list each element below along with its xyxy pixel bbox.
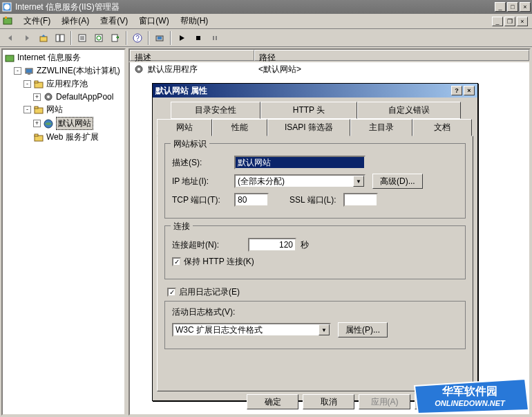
ok-button[interactable]: 确定 <box>247 394 298 409</box>
expander-icon[interactable]: + <box>33 93 41 101</box>
folder-icon <box>33 104 44 115</box>
legend-conn: 连接 <box>171 221 193 232</box>
advanced-button[interactable]: 高级(D)... <box>372 174 423 189</box>
label-logging: 启用日志记录(E) <box>179 286 240 298</box>
start-button[interactable] <box>174 30 189 46</box>
menu-file[interactable]: 文件(F) <box>18 14 56 28</box>
expander-icon[interactable]: + <box>33 120 41 127</box>
connect-button[interactable] <box>152 30 167 46</box>
tree-defaultpool[interactable]: + DefaultAppPool <box>4 91 123 103</box>
close-button[interactable]: × <box>520 2 531 12</box>
svg-rect-30 <box>35 106 38 109</box>
forward-button[interactable] <box>19 30 35 46</box>
tab-homedir[interactable]: 主目录 <box>350 119 412 136</box>
dialog-help-button[interactable]: ? <box>451 86 462 95</box>
menu-action[interactable]: 操作(A) <box>56 14 95 28</box>
menu-view[interactable]: 查看(V) <box>95 14 133 28</box>
label-ip: IP 地址(I): <box>172 176 234 187</box>
dialog-title: 默认网站 属性 <box>155 85 450 97</box>
sslport-input[interactable] <box>343 193 378 207</box>
dialog-titlebar[interactable]: 默认网站 属性 ? × <box>153 84 477 98</box>
tab-row-back: 目录安全性 HTTP 头 自定义错误 <box>171 102 473 119</box>
description-input[interactable] <box>234 156 365 169</box>
menu-window[interactable]: 窗口(W) <box>133 14 174 28</box>
keepalive-checkbox[interactable]: ✓ <box>172 257 181 266</box>
col-path[interactable]: 路径 <box>254 50 529 61</box>
dialog-close-button[interactable]: × <box>464 86 475 95</box>
mdi-close-button[interactable]: × <box>517 17 528 26</box>
svg-text:?: ? <box>135 35 140 42</box>
cancel-button[interactable]: 取消 <box>303 394 354 409</box>
tree-pane[interactable]: Internet 信息服务 - ZZWLINE(本地计算机) - 应用程序池 +… <box>1 48 126 416</box>
computer-icon <box>23 66 35 77</box>
help-button[interactable]: ? <box>130 30 145 46</box>
mdi-minimize-button[interactable]: _ <box>492 17 503 26</box>
tree-apppools[interactable]: - 应用程序池 <box>4 77 123 91</box>
mdi-restore-button[interactable]: ❐ <box>504 17 515 26</box>
dlg-help-button[interactable]: 帮助 <box>415 394 466 409</box>
app-icon <box>134 64 145 75</box>
dropdown-arrow-icon[interactable]: ▼ <box>353 176 364 187</box>
svg-rect-18 <box>196 36 200 40</box>
svg-rect-2 <box>3 18 12 24</box>
svg-rect-20 <box>216 36 217 40</box>
properties-dialog: 默认网站 属性 ? × 目录安全性 HTTP 头 自定义错误 网站 性能 ISA… <box>152 83 478 401</box>
timeout-input[interactable] <box>248 238 296 252</box>
svg-rect-13 <box>112 35 117 41</box>
dropdown-arrow-icon[interactable]: ▼ <box>319 324 330 335</box>
svg-rect-33 <box>35 134 38 136</box>
tab-docs[interactable]: 文档 <box>412 119 472 136</box>
group-siteident: 网站标识 描述(S): IP 地址(I): (全部未分配) ▼ 高级(D)...… <box>164 143 466 219</box>
svg-point-35 <box>137 68 140 71</box>
maximize-button[interactable]: □ <box>507 2 518 12</box>
pause-button[interactable] <box>207 30 222 46</box>
label-timeout: 连接超时(N): <box>172 239 248 251</box>
svg-rect-17 <box>158 37 162 39</box>
tree-computer[interactable]: - ZZWLINE(本地计算机) <box>4 64 123 77</box>
label-tcpport: TCP 端口(T): <box>172 194 234 206</box>
list-item[interactable]: 默认应用程序 <默认网站> <box>130 62 529 77</box>
tree-webext[interactable]: Web 服务扩展 <box>4 131 123 144</box>
tree-sites[interactable]: - 网站 <box>4 103 123 116</box>
logformat-select[interactable]: W3C 扩展日志文件格式 ▼ <box>172 323 331 337</box>
folder-icon <box>33 132 44 143</box>
label-logfmt: 活动日志格式(V): <box>172 306 235 318</box>
svg-rect-26 <box>35 81 38 83</box>
tree-root[interactable]: Internet 信息服务 <box>4 51 123 64</box>
tcpport-input[interactable] <box>234 193 269 207</box>
expander-icon[interactable]: - <box>23 80 31 88</box>
tab-customerr[interactable]: 自定义错误 <box>357 102 461 119</box>
tab-httph[interactable]: HTTP 头 <box>260 102 357 119</box>
ip-select[interactable]: (全部未分配) ▼ <box>234 174 365 188</box>
svg-rect-23 <box>26 69 32 73</box>
export-button[interactable] <box>108 30 123 46</box>
label-keepalive: 保持 HTTP 连接(K) <box>184 256 254 268</box>
tab-dirsec[interactable]: 目录安全性 <box>171 102 260 119</box>
minimize-button[interactable]: _ <box>495 2 506 12</box>
back-button[interactable] <box>3 30 18 46</box>
tree-defaultsite[interactable]: + 默认网站 <box>4 116 123 131</box>
svg-point-1 <box>4 4 10 10</box>
dialog-buttons: 确定 取消 应用(A) 帮助 <box>157 391 473 412</box>
col-desc[interactable]: 描述 <box>130 50 254 61</box>
expander-icon[interactable]: - <box>14 67 21 75</box>
expander-icon[interactable]: - <box>23 106 31 113</box>
stop-button[interactable] <box>191 30 206 46</box>
svg-rect-21 <box>6 55 14 62</box>
menu-help[interactable]: 帮助(H) <box>175 14 214 28</box>
refresh-button[interactable] <box>91 30 106 46</box>
tab-site[interactable]: 网站 <box>157 119 212 136</box>
svg-rect-19 <box>213 36 214 40</box>
tab-row-front: 网站 性能 ISAPI 筛选器 主目录 文档 <box>157 119 473 136</box>
logging-checkbox[interactable]: ✓ <box>167 288 176 297</box>
show-tree-button[interactable] <box>53 30 68 46</box>
up-button[interactable] <box>36 30 51 46</box>
main-titlebar: Internet 信息服务(IIS)管理器 _ □ × <box>0 0 532 14</box>
mmc-icon <box>3 16 14 27</box>
properties-button[interactable] <box>75 30 90 46</box>
tab-isapi[interactable]: ISAPI 筛选器 <box>267 119 350 136</box>
logprops-button[interactable]: 属性(P)... <box>338 322 388 337</box>
svg-rect-4 <box>40 37 47 41</box>
tab-perf[interactable]: 性能 <box>212 119 267 136</box>
apply-button[interactable]: 应用(A) <box>359 394 410 409</box>
